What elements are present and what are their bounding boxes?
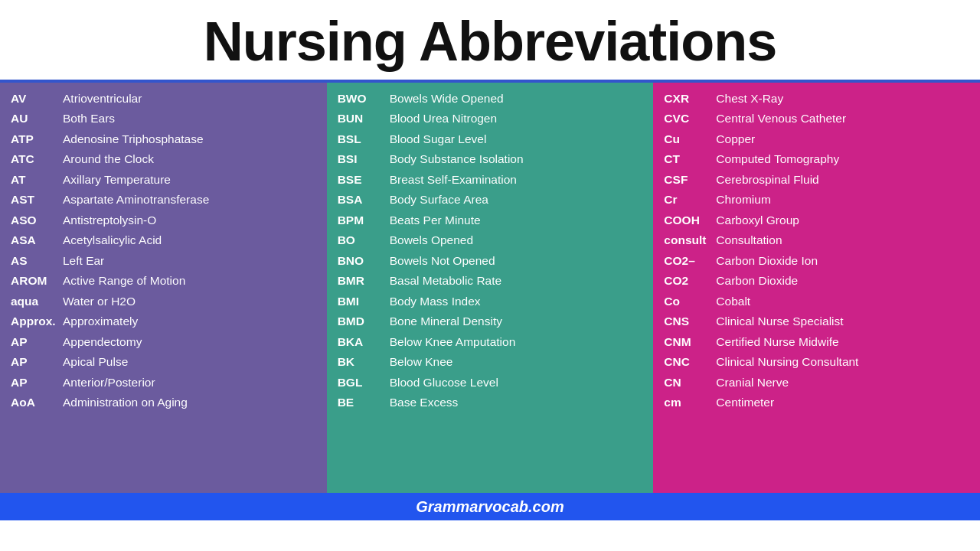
abbr-value: Clinical Nursing Consultant [716,354,858,370]
list-item: CO2Carbon Dioxide [664,271,969,291]
abbr-value: Blood Glucose Level [390,374,498,391]
list-item: BKBelow Knee [338,352,643,372]
abbr-value: Below Knee Amputation [390,334,516,350]
abbr-key: ATC [11,151,63,168]
abbr-value: Bowels Wide Opened [390,90,504,107]
abbr-value: Axillary Temperature [63,171,171,188]
list-item: COOHCarboxyl Group [664,210,969,230]
abbr-key: CNS [664,313,716,330]
list-item: CNCClinical Nursing Consultant [664,352,969,372]
abbr-value: Base Excess [390,394,459,411]
abbr-value: Water or H2O [63,293,136,310]
list-item: aquaWater or H2O [11,292,316,311]
abbr-key: Co [664,293,716,310]
abbr-key: AT [11,171,63,188]
list-item: AUBoth Ears [11,109,316,129]
abbr-key: AU [11,110,63,127]
abbr-key: CN [664,374,716,391]
list-item: ASTAspartate Aminotransferase [11,190,316,210]
list-item: BMIBody Mass Index [338,292,643,311]
abbr-key: consult [664,232,716,249]
abbr-value: Acetylsalicylic Acid [63,232,162,249]
abbr-value: Consultation [716,232,782,249]
abbr-value: Bowels Not Opened [390,253,495,269]
abbr-key: BPM [338,212,390,229]
abbr-value: Clinical Nurse Specialist [716,313,843,330]
abbr-value: Body Substance Isolation [390,151,524,168]
abbr-key: CO2 [664,272,716,289]
content-area: AVAtrioventricularAUBoth EarsATPAdenosin… [0,83,980,493]
list-item: AVAtrioventricular [11,89,316,109]
abbr-value: Chest X-Ray [716,90,783,107]
abbr-value: Body Surface Area [390,191,488,208]
list-item: ATAxillary Temperature [11,170,316,190]
abbr-key: CT [664,151,716,168]
abbr-key: BWO [338,90,390,107]
abbr-key: CO2– [664,253,716,269]
list-item: APAppendectomy [11,332,316,352]
list-item: CoCobalt [664,292,969,311]
list-item: BMRBasal Metabolic Rate [338,271,643,291]
list-item: BNOBowels Not Opened [338,251,643,271]
abbr-key: BSA [338,191,390,208]
abbr-key: BGL [338,374,390,391]
abbr-key: COOH [664,212,716,229]
list-item: AoAAdministration on Aging [11,393,316,412]
abbr-value: Cranial Nerve [716,374,789,391]
abbr-value: Copper [716,131,755,148]
list-item: AROMActive Range of Motion [11,271,316,291]
list-item: ASAAcetylsalicylic Acid [11,230,316,250]
abbr-key: AST [11,191,63,208]
abbr-value: Bowels Opened [390,232,473,249]
abbr-value: Basal Metabolic Rate [390,272,501,289]
list-item: BSIBody Substance Isolation [338,149,643,169]
abbr-key: AP [11,354,63,370]
abbr-key: AP [11,334,63,350]
list-item: CTComputed Tomography [664,149,969,169]
list-item: consultConsultation [664,230,969,250]
abbr-value: Carbon Dioxide Ion [716,253,818,269]
list-item: CVCCentral Venous Catheter [664,109,969,129]
abbr-value: Blood Sugar Level [390,131,487,148]
abbr-key: aqua [11,293,63,310]
list-item: BOBowels Opened [338,230,643,250]
abbr-key: CVC [664,110,716,127]
abbr-value: Breast Self-Examination [390,171,517,188]
list-item: CSFCerebrospinal Fluid [664,170,969,190]
title-section: Nursing Abbreviations [0,0,980,83]
list-item: CNCranial Nerve [664,373,969,393]
abbr-key: BE [338,394,390,411]
abbr-key: BK [338,354,390,370]
list-item: ATPAdenosine Triphosphatase [11,129,316,149]
abbr-key: AoA [11,394,63,411]
abbr-key: CXR [664,90,716,107]
abbr-value: Administration on Aging [63,394,188,411]
abbr-key: BMD [338,313,390,330]
abbr-key: ASA [11,232,63,249]
list-item: ASLeft Ear [11,251,316,271]
abbr-key: ASO [11,212,63,229]
list-item: cmCentimeter [664,393,969,412]
list-item: CuCopper [664,129,969,149]
list-item: BGLBlood Glucose Level [338,373,643,393]
list-item: APAnterior/Posterior [11,373,316,393]
abbr-value: Carbon Dioxide [716,272,798,289]
list-item: ATCAround the Clock [11,149,316,169]
list-item: BWOBowels Wide Opened [338,89,643,109]
list-item: ASOAntistreptolysin-O [11,210,316,230]
list-item: CXRChest X-Ray [664,89,969,109]
list-item: CO2–Carbon Dioxide Ion [664,251,969,271]
abbr-value: Chromium [716,191,770,208]
abbr-key: CNC [664,354,716,370]
abbr-value: Adenosine Triphosphatase [63,131,204,148]
abbr-value: Around the Clock [63,151,154,168]
list-item: BSLBlood Sugar Level [338,129,643,149]
abbr-key: BMI [338,293,390,310]
column-left: AVAtrioventricularAUBoth EarsATPAdenosin… [0,83,327,493]
abbr-key: AS [11,253,63,269]
abbr-value: Blood Urea Nitrogen [390,110,497,127]
list-item: BEBase Excess [338,393,643,412]
list-item: Approx.Approximately [11,311,316,331]
abbr-value: Aspartate Aminotransferase [63,191,209,208]
abbr-key: cm [664,394,716,411]
